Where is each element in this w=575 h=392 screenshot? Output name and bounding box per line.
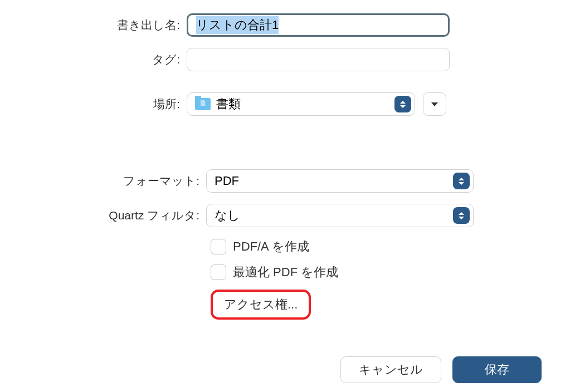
format-row: フォーマット: PDF bbox=[0, 169, 575, 193]
folder-icon bbox=[195, 98, 211, 110]
export-name-row: 書き出し名: リストの合計1 bbox=[0, 13, 575, 37]
permissions-button[interactable]: アクセス権... bbox=[211, 290, 311, 320]
quartz-filter-row: Quartz フィルタ: なし bbox=[0, 204, 575, 227]
tags-row: タグ: bbox=[0, 48, 575, 71]
format-select[interactable]: PDF bbox=[206, 169, 474, 193]
format-label: フォーマット: bbox=[0, 173, 206, 189]
select-arrows-icon bbox=[453, 173, 470, 189]
location-select[interactable]: 書類 bbox=[187, 92, 415, 116]
optimized-pdf-checkbox-label: 最適化 PDF を作成 bbox=[233, 264, 338, 281]
save-button[interactable]: 保存 bbox=[452, 356, 542, 383]
action-buttons-section: キャンセル 保存 bbox=[0, 342, 575, 392]
cancel-button[interactable]: キャンセル bbox=[340, 356, 441, 383]
pdfa-checkbox-row: PDF/A を作成 bbox=[211, 238, 575, 255]
optimized-pdf-checkbox[interactable] bbox=[211, 264, 226, 280]
export-name-value: リストの合計1 bbox=[196, 16, 279, 34]
format-options-section: フォーマット: PDF Quartz フィルタ: なし PDF/A を作成 最適… bbox=[0, 149, 575, 342]
select-arrows-icon bbox=[453, 207, 470, 224]
file-info-section: 書き出し名: リストの合計1 タグ: 場所: 書類 bbox=[0, 0, 575, 149]
select-arrows-icon bbox=[394, 96, 411, 112]
export-name-label: 書き出し名: bbox=[0, 17, 187, 33]
location-label: 場所: bbox=[0, 96, 187, 112]
format-value: PDF bbox=[215, 174, 239, 188]
export-name-input[interactable]: リストの合計1 bbox=[187, 13, 450, 37]
tags-input[interactable] bbox=[187, 48, 450, 71]
pdfa-checkbox-label: PDF/A を作成 bbox=[233, 238, 309, 255]
location-row: 場所: 書類 bbox=[0, 92, 575, 116]
export-dialog: 書き出し名: リストの合計1 タグ: 場所: 書類 フォーマット: PDF bbox=[0, 0, 575, 392]
optimized-pdf-checkbox-row: 最適化 PDF を作成 bbox=[211, 264, 575, 281]
pdfa-checkbox[interactable] bbox=[211, 239, 226, 254]
expand-location-button[interactable] bbox=[423, 92, 446, 116]
tags-label: タグ: bbox=[0, 52, 187, 67]
quartz-filter-select[interactable]: なし bbox=[206, 204, 474, 227]
location-value: 書類 bbox=[216, 96, 241, 112]
quartz-filter-value: なし bbox=[215, 207, 240, 224]
quartz-filter-label: Quartz フィルタ: bbox=[0, 208, 206, 223]
